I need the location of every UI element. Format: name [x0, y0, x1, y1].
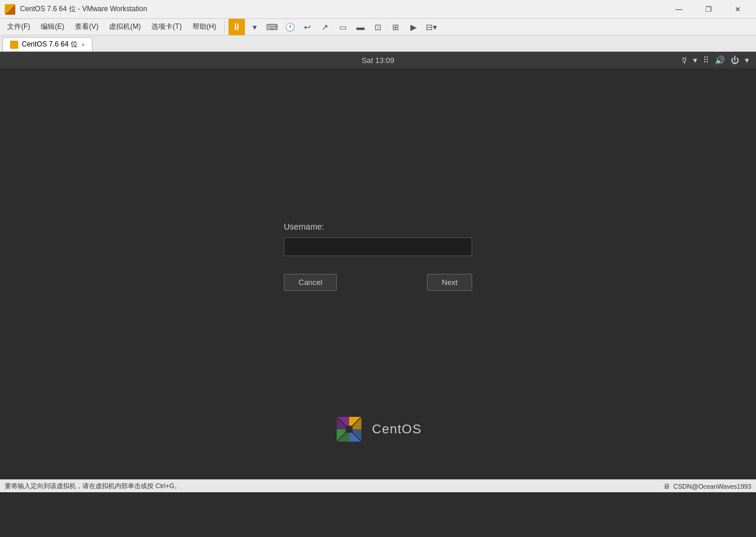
menu-file[interactable]: 文件(F)	[2, 21, 35, 33]
username-label: Username:	[284, 222, 324, 231]
toolbar-separator	[224, 21, 225, 33]
next-button[interactable]: Next	[427, 274, 472, 291]
vm-clock: Sat 13:09	[362, 56, 394, 65]
status-bar: 要将输入定向到该虚拟机，请在虚拟机内部单击或按 Ctrl+G。 🖥 CSDN@O…	[0, 479, 756, 492]
more-button[interactable]: ⊟▾	[423, 19, 439, 35]
fullscreen-button[interactable]: ▭	[334, 19, 351, 35]
network-icon[interactable]: ⠿	[703, 55, 709, 65]
tab-bar: CentOS 7.6 64 位 ×	[0, 35, 756, 52]
tab-centos[interactable]: CentOS 7.6 64 位 ×	[2, 37, 92, 51]
vm-topbar: Sat 13:09 ☿ ▾ ⠿ 🔊 ⏻ ▾	[0, 52, 756, 68]
login-buttons: Cancel Next	[284, 274, 472, 291]
snapshot-button[interactable]: 🕐	[281, 19, 298, 35]
status-hint: 要将输入定向到该虚拟机，请在虚拟机内部单击或按 Ctrl+G。	[5, 482, 181, 490]
unity-button[interactable]: ▬	[352, 19, 369, 35]
terminal-button[interactable]: ▶	[405, 19, 422, 35]
status-user-text: CSDN@OceanWaves1993	[674, 483, 751, 490]
centos-text: CentOS	[372, 422, 422, 437]
vm-screen[interactable]: Sat 13:09 ☿ ▾ ⠿ 🔊 ⏻ ▾ Username: Cancel N…	[0, 52, 756, 479]
tab-close-button[interactable]: ×	[81, 41, 85, 48]
status-network-icon: 🖥	[663, 482, 670, 490]
tab-vm-icon	[10, 41, 18, 49]
send-ctrl-alt-del-button[interactable]: ⌨	[264, 19, 280, 35]
centos-logo-area: CentOS	[334, 415, 422, 444]
window-title: CentOS 7.6 64 位 - VMware Workstation	[20, 4, 147, 14]
accessibility-icon[interactable]: ☿	[682, 55, 687, 65]
vm-content[interactable]: Username: Cancel Next	[0, 68, 756, 479]
menu-vm[interactable]: 虚拟机(M)	[104, 21, 145, 33]
window-controls: — ❐ ✕	[665, 0, 751, 19]
menu-view[interactable]: 查看(V)	[70, 21, 103, 33]
revert-button[interactable]: ↩	[299, 19, 316, 35]
tab-label: CentOS 7.6 64 位	[22, 39, 78, 49]
suspend-button[interactable]: ↗	[317, 19, 333, 35]
cancel-button[interactable]: Cancel	[284, 274, 337, 291]
volume-icon[interactable]: 🔊	[715, 55, 725, 65]
login-form: Username: Cancel Next	[284, 222, 472, 291]
pause-button[interactable]: ⏸	[228, 19, 245, 35]
menu-tab[interactable]: 选项卡(T)	[147, 21, 186, 33]
restore-button[interactable]: ❐	[695, 0, 722, 19]
power-dropdown-icon[interactable]: ▾	[745, 55, 749, 65]
fit-guest-button[interactable]: ⊡	[370, 19, 386, 35]
title-bar: CentOS 7.6 64 位 - VMware Workstation — ❐…	[0, 0, 756, 19]
power-icon[interactable]: ⏻	[731, 55, 739, 65]
stretch-button[interactable]: ⊞	[387, 19, 404, 35]
topbar-dropdown-icon[interactable]: ▾	[693, 55, 697, 65]
username-input[interactable]	[284, 237, 472, 256]
menu-bar: 文件(F) 编辑(E) 查看(V) 虚拟机(M) 选项卡(T) 帮助(H) ⏸ …	[0, 19, 756, 35]
app-icon	[5, 4, 15, 15]
centos-logo-icon	[334, 415, 364, 444]
vm-topbar-icons: ☿ ▾ ⠿ 🔊 ⏻ ▾	[682, 55, 749, 65]
pause-dropdown[interactable]: ▾	[246, 19, 263, 35]
status-right: 🖥 CSDN@OceanWaves1993	[663, 482, 751, 490]
close-button[interactable]: ✕	[724, 0, 751, 19]
menu-help[interactable]: 帮助(H)	[188, 21, 221, 33]
menu-edit[interactable]: 编辑(E)	[36, 21, 69, 33]
minimize-button[interactable]: —	[665, 0, 692, 19]
